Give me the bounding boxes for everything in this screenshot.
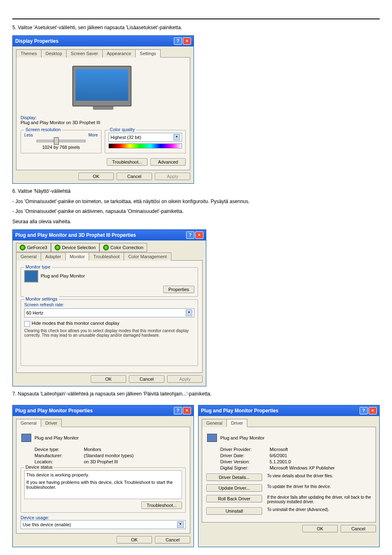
dialog-title: Plug and Play Monitor Properties [15, 408, 93, 414]
resolution-slider[interactable] [37, 140, 85, 142]
close-icon[interactable]: × [195, 231, 203, 239]
step7-text: 7. Napsauta 'Laiteohjain'-välilehteä ja … [12, 391, 380, 398]
dialog-title: Display Properties [15, 38, 58, 44]
advanced-button[interactable]: Advanced [150, 158, 186, 166]
location-label: Location: [35, 459, 84, 464]
refresh-rate-dropdown[interactable]: 60 Hertz ▾ [24, 308, 194, 317]
tab-screensaver[interactable]: Screen Saver [66, 49, 103, 58]
device-usage-dropdown[interactable]: Use this device (enable) ▾ [21, 520, 186, 529]
driver-version-value: 5.1.2001.0 [270, 459, 291, 464]
tab-color-correction[interactable]: Color Correction [99, 243, 147, 252]
screen-resolution-label: Screen resolution [24, 127, 62, 132]
close-icon[interactable]: × [369, 407, 377, 414]
tab-appearance[interactable]: Appearance [102, 49, 136, 58]
titlebar: Display Properties ? × [13, 36, 194, 46]
uninstall-button[interactable]: Uninstall [206, 507, 262, 515]
nvidia-icon [20, 245, 25, 250]
help-icon[interactable]: ? [186, 231, 194, 239]
troubleshoot-button[interactable]: Troubleshoot... [107, 158, 148, 166]
provider-label: Driver Provider: [220, 447, 270, 452]
tab-troubleshoot[interactable]: Troubleshoot [89, 252, 124, 261]
resolution-value: 1024 by 768 pixels [24, 145, 98, 150]
hide-modes-label: Hide modes that this monitor cannot disp… [32, 321, 119, 326]
titlebar: Plug and Play Monitor Properties ? × [13, 405, 194, 416]
location-value: on 3D Prophet III [84, 459, 118, 464]
monitor-icon [24, 270, 38, 282]
monitor-name: Plug and Play Monitor [41, 273, 85, 278]
slider-less-label: Less [24, 133, 33, 137]
apply-button[interactable]: Apply [155, 173, 190, 180]
update-driver-desc: To update the driver for this device. [267, 484, 371, 489]
close-icon[interactable]: × [183, 37, 191, 45]
tab-desktop[interactable]: Desktop [41, 49, 67, 58]
step6a-text: - Jos 'Ominaisuudet'-painike on toimeton… [12, 198, 380, 205]
color-quality-value: Highest (32 bit) [111, 135, 141, 140]
dialog-title: Plug and Play Monitor Properties [201, 408, 279, 414]
tab-driver[interactable]: Driver [41, 419, 62, 427]
driver-details-desc: To view details about the driver files. [267, 474, 371, 478]
hide-modes-checkbox[interactable] [24, 321, 30, 327]
cancel-button[interactable]: Cancel [341, 525, 376, 532]
driver-version-label: Driver Version: [220, 459, 270, 464]
help-icon[interactable]: ? [360, 407, 368, 414]
display-value: Plug and Play Monitor on 3D Prophet III [21, 120, 186, 125]
chevron-down-icon: ▾ [173, 134, 180, 141]
monitor-settings-label: Monitor settings [24, 296, 59, 301]
color-bar [108, 143, 182, 148]
cancel-button[interactable]: Cancel [155, 536, 190, 543]
refresh-rate-value: 60 Hertz [26, 310, 44, 315]
monitor-preview [72, 66, 134, 111]
tab-adapter[interactable]: Adapter [41, 252, 66, 261]
plug-play-driver-dialog: Plug and Play Monitor Properties ? × Gen… [198, 405, 380, 547]
signer-value: Microsoft Windows XP Publisher [270, 465, 335, 470]
monitor-icon [206, 433, 218, 444]
ok-button[interactable]: OK [117, 536, 152, 543]
monitor-icon [21, 433, 32, 444]
nvidia-icon [103, 245, 109, 250]
close-icon[interactable]: × [183, 407, 191, 414]
tabs-row2: General Adapter Monitor Troubleshoot Col… [16, 252, 203, 261]
display-label: Display: [21, 115, 186, 120]
ok-button[interactable]: OK [302, 525, 338, 532]
properties-button[interactable]: Properties [163, 286, 194, 293]
tab-color-management[interactable]: Color Management [124, 252, 171, 261]
monitor-type-label: Monitor type [24, 264, 52, 269]
ok-button[interactable]: OK [91, 375, 126, 383]
tab-general[interactable]: General [16, 252, 41, 261]
update-driver-button[interactable]: Update Driver... [206, 484, 262, 492]
roll-back-desc: If the device fails after updating the d… [267, 495, 371, 504]
tab-settings[interactable]: Settings [135, 49, 161, 58]
tab-general[interactable]: General [202, 419, 227, 427]
step6c-text: Seuraa alla olevia vaiheita. [12, 218, 380, 225]
help-icon[interactable]: ? [174, 37, 182, 45]
tab-driver[interactable]: Driver [226, 419, 247, 427]
chevron-down-icon: ▾ [177, 521, 184, 528]
roll-back-driver-button[interactable]: Roll Back Driver [206, 495, 262, 502]
uninstall-desc: To uninstall the driver (Advanced). [267, 507, 371, 512]
driver-details-button[interactable]: Driver Details... [206, 474, 262, 481]
apply-button[interactable]: Apply [167, 375, 203, 383]
tab-general[interactable]: General [16, 419, 41, 427]
manufacturer-label: Manufacturer: [35, 453, 84, 458]
provider-value: Microsoft [270, 447, 288, 452]
device-type-label: Device type: [35, 447, 84, 452]
color-quality-dropdown[interactable]: Highest (32 bit) ▾ [108, 133, 182, 142]
tab-monitor[interactable]: Monitor [65, 252, 90, 261]
device-usage-label: Device usage: [21, 515, 186, 520]
tab-device-selection[interactable]: Device Selection [51, 243, 99, 252]
refresh-rate-label: Screen refresh rate: [24, 302, 194, 307]
troubleshoot-button[interactable]: Troubleshoot... [141, 502, 182, 509]
ok-button[interactable]: OK [78, 173, 114, 180]
chevron-down-icon: ▾ [186, 310, 192, 316]
manufacturer-value: (Standard monitor types) [84, 453, 134, 458]
cancel-button[interactable]: Cancel [117, 173, 152, 180]
device-usage-value: Use this device (enable) [23, 522, 71, 527]
slider-more-label: More [88, 133, 98, 137]
tab-themes[interactable]: Themes [16, 49, 42, 58]
help-icon[interactable]: ? [174, 407, 182, 414]
tab-geforce[interactable]: GeForce3 [16, 243, 51, 252]
device-status-label: Device status [24, 465, 54, 469]
hide-modes-note: Clearing this check box allows you to se… [24, 328, 194, 338]
display-properties-dialog: Display Properties ? × Themes Desktop Sc… [12, 35, 194, 184]
cancel-button[interactable]: Cancel [129, 375, 164, 383]
